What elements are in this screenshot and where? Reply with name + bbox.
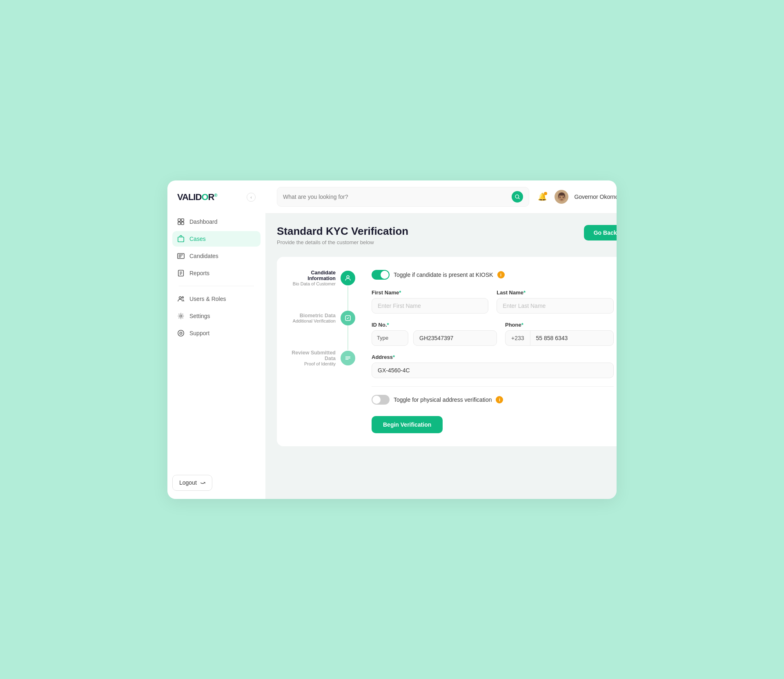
step-candidate-info: Candidate Information Bio Data of Custom… — [290, 270, 355, 286]
sidebar-item-dashboard-label: Dashboard — [189, 218, 218, 225]
sidebar-item-reports-label: Reports — [189, 270, 209, 276]
sidebar-nav: Dashboard Cases Candidates — [167, 214, 265, 475]
step-1-icon — [341, 271, 355, 285]
logo-accent: O — [201, 192, 208, 202]
header: 🔔 👨🏽 Governor Okorno ▾ — [265, 180, 617, 214]
first-name-input[interactable] — [372, 298, 488, 314]
sidebar-item-dashboard[interactable]: Dashboard — [172, 214, 261, 229]
first-name-label: First Name* — [372, 289, 488, 296]
step-review: Review Submitted Data Proof of Identity — [290, 350, 355, 366]
address-required: * — [393, 354, 395, 360]
go-back-button[interactable]: Go Back — [584, 225, 617, 240]
kiosk-toggle[interactable] — [372, 270, 390, 280]
id-type-select[interactable]: Type National ID Passport Driver's Licen… — [372, 330, 408, 346]
id-no-label: ID No.* — [372, 322, 497, 328]
nav-divider — [179, 286, 254, 286]
kiosk-info-icon[interactable]: i — [497, 271, 505, 278]
address-info-icon[interactable]: i — [496, 396, 503, 403]
svg-point-7 — [179, 296, 181, 298]
cases-icon — [177, 235, 185, 243]
last-name-required: * — [523, 289, 526, 296]
sidebar-item-candidates[interactable]: Candidates — [172, 248, 261, 264]
logo: VALIDOR® — [177, 192, 217, 203]
svg-point-11 — [180, 332, 182, 334]
sidebar-item-support[interactable]: Support — [172, 325, 261, 341]
phone-prefix: +233 — [505, 330, 530, 346]
svg-point-12 — [515, 195, 519, 198]
search-bar[interactable] — [277, 187, 529, 207]
id-required: * — [387, 322, 389, 328]
first-name-required: * — [399, 289, 401, 296]
id-number-input[interactable] — [413, 330, 497, 346]
phone-input[interactable] — [530, 330, 614, 346]
step-3-icon — [341, 351, 355, 365]
candidates-icon — [177, 252, 185, 260]
page-title: Standard KYC Verification — [277, 225, 408, 238]
sidebar-item-cases[interactable]: Cases — [172, 231, 261, 247]
users-roles-icon — [177, 295, 185, 303]
last-name-group: Last Name* — [497, 289, 613, 314]
step-3-title: Review Submitted Data — [290, 350, 336, 361]
phone-group: Phone* +233 — [505, 322, 614, 346]
sidebar-collapse-button[interactable]: ‹ — [247, 193, 256, 202]
id-input-row: Type National ID Passport Driver's Licen… — [372, 330, 497, 346]
svg-rect-1 — [181, 218, 184, 221]
address-input[interactable] — [372, 363, 614, 378]
begin-verification-button[interactable]: Begin Verification — [372, 416, 443, 433]
steps-sidebar: Candidate Information Bio Data of Custom… — [290, 270, 355, 433]
notification-icon[interactable]: 🔔 — [536, 190, 549, 203]
form-divider — [372, 386, 614, 387]
reports-icon — [177, 269, 185, 277]
kiosk-toggle-knob — [381, 271, 389, 279]
svg-point-9 — [180, 315, 182, 317]
address-toggle[interactable] — [372, 395, 390, 405]
user-name: Governor Okorno — [574, 194, 617, 200]
address-toggle-knob — [372, 396, 381, 404]
svg-line-13 — [519, 198, 520, 199]
address-toggle-row: Toggle for physical address verification… — [372, 395, 614, 405]
logout-button[interactable]: Logout ⤻ — [172, 475, 212, 491]
step-biometric: Biometric Data Additional Verification — [290, 311, 355, 325]
main-area: 🔔 👨🏽 Governor Okorno ▾ Standard KYC Veri… — [265, 180, 617, 499]
step-2-title: Biometric Data — [293, 313, 336, 318]
svg-point-8 — [182, 296, 184, 298]
sidebar-item-users-roles[interactable]: Users & Roles — [172, 291, 261, 307]
phone-label: Phone* — [505, 322, 614, 328]
svg-point-10 — [178, 330, 184, 336]
sidebar-item-settings[interactable]: Settings — [172, 308, 261, 324]
page-subtitle: Provide the details of the customer belo… — [277, 239, 408, 245]
sidebar-logo: VALIDOR® ‹ — [167, 192, 265, 214]
first-name-group: First Name* — [372, 289, 488, 314]
svg-rect-0 — [178, 218, 180, 221]
address-label: Address* — [372, 354, 614, 360]
step-1-title: Candidate Information — [290, 270, 336, 281]
notification-dot — [544, 192, 547, 195]
phone-input-row: +233 — [505, 330, 614, 346]
sidebar-item-settings-label: Settings — [189, 313, 210, 319]
search-input[interactable] — [283, 194, 508, 200]
sidebar-item-users-roles-label: Users & Roles — [189, 296, 226, 302]
svg-rect-3 — [181, 222, 184, 224]
page-header: Standard KYC Verification Provide the de… — [277, 225, 617, 245]
sidebar-bottom: Logout ⤻ — [167, 475, 265, 491]
last-name-label: Last Name* — [497, 289, 613, 296]
kiosk-toggle-label: Toggle if candidate is present at KIOSK — [394, 272, 493, 278]
sidebar-item-cases-label: Cases — [189, 236, 206, 242]
id-phone-row: ID No.* Type National ID Passport Driver… — [372, 322, 614, 346]
sidebar-item-support-label: Support — [189, 330, 209, 336]
id-no-group: ID No.* Type National ID Passport Driver… — [372, 322, 497, 346]
last-name-input[interactable] — [497, 298, 613, 314]
sidebar-item-reports[interactable]: Reports — [172, 265, 261, 281]
logout-label: Logout — [179, 479, 197, 486]
support-icon — [177, 329, 185, 337]
step-3-text: Review Submitted Data Proof of Identity — [290, 350, 336, 366]
search-icon[interactable] — [512, 191, 523, 203]
address-toggle-label: Toggle for physical address verification — [394, 396, 492, 403]
step-2-subtitle: Additional Verification — [293, 318, 336, 323]
content: Standard KYC Verification Provide the de… — [265, 214, 617, 499]
sidebar: VALIDOR® ‹ Dashboard Cases — [167, 180, 265, 499]
sidebar-item-candidates-label: Candidates — [189, 253, 218, 259]
settings-icon — [177, 312, 185, 320]
dashboard-icon — [177, 218, 185, 225]
name-row: First Name* Last Name* — [372, 289, 614, 314]
